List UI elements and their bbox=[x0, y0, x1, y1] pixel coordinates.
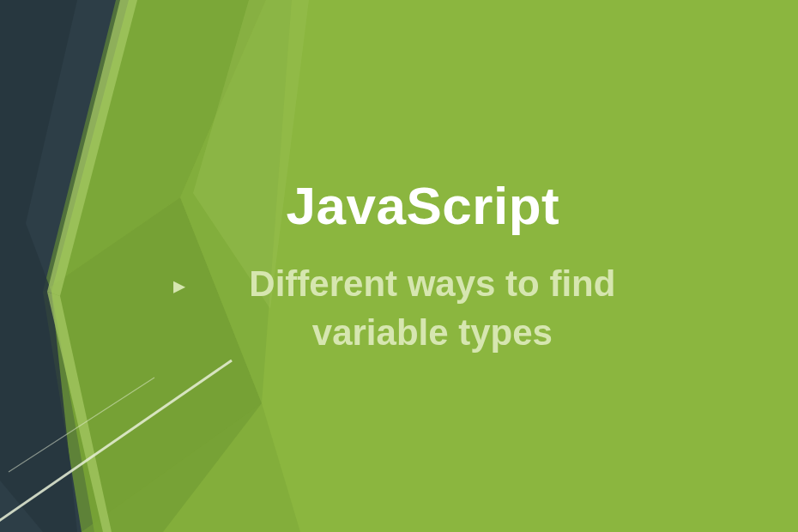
svg-marker-0 bbox=[0, 0, 129, 532]
svg-marker-7 bbox=[47, 0, 137, 296]
bullet-icon: ▸ bbox=[173, 269, 185, 302]
subtitle-row: ▸ Different ways to find variable types bbox=[148, 260, 698, 357]
svg-marker-6 bbox=[0, 223, 77, 532]
slide-content: JavaScript ▸ Different ways to find vari… bbox=[148, 175, 698, 357]
svg-line-10 bbox=[9, 378, 154, 472]
presentation-slide: JavaScript ▸ Different ways to find vari… bbox=[0, 0, 798, 532]
svg-line-9 bbox=[0, 360, 232, 532]
slide-title: JavaScript bbox=[148, 175, 698, 236]
slide-subtitle: Different ways to find variable types bbox=[192, 260, 673, 357]
svg-marker-8 bbox=[47, 292, 112, 532]
svg-marker-5 bbox=[0, 0, 77, 275]
svg-marker-4 bbox=[82, 403, 300, 532]
